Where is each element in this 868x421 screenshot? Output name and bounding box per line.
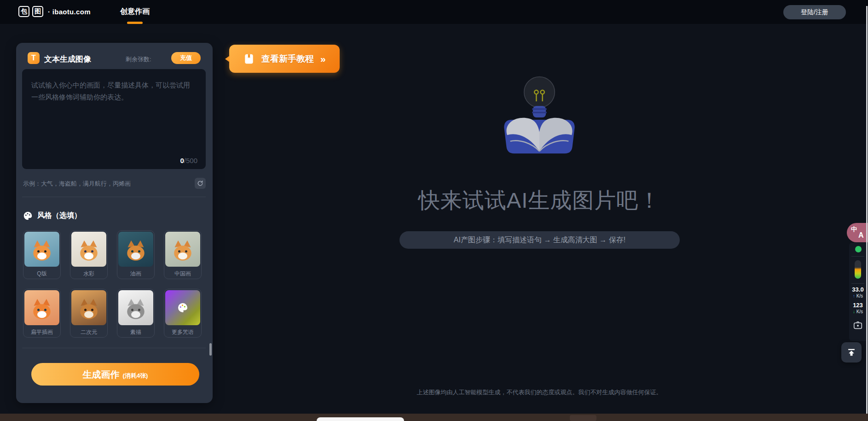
- back-to-top-button[interactable]: [841, 342, 862, 363]
- tab-creative-painting[interactable]: 创意作画: [116, 7, 153, 17]
- login-register-button[interactable]: 登陆/注册: [783, 5, 846, 19]
- style-section-title: 风格（选填）: [37, 211, 81, 221]
- up-arrow-icon: ↑: [853, 293, 855, 298]
- taskbar-hint-pill[interactable]: [317, 417, 404, 421]
- style-thumbnail: [71, 232, 106, 267]
- green-status-dot[interactable]: [855, 246, 862, 252]
- style-tile-chinese-painting[interactable]: 中国画: [164, 230, 202, 279]
- translate-icon: 中: [851, 225, 857, 234]
- style-tile-watercolor[interactable]: 水彩: [70, 230, 108, 279]
- main-content: 快来试试AI生成图片吧！ AI产图步骤：填写描述语句 → 生成高清大图 → 保存…: [226, 24, 853, 414]
- extension-widget-strip: 33.0 ↑ K/s 123 ↓ K/s: [849, 243, 867, 341]
- logo-bao-icon: 包: [18, 6, 29, 17]
- style-tile-q-version[interactable]: Q版: [23, 230, 61, 279]
- style-thumbnail: [71, 290, 106, 325]
- palette-icon: [23, 211, 33, 221]
- upload-speed: 33.0 ↑ K/s: [849, 286, 867, 298]
- style-tile-flat-illustration[interactable]: 扁平插画: [23, 289, 61, 338]
- prompt-input[interactable]: [22, 69, 206, 169]
- panel-scrollbar-thumb[interactable]: [209, 343, 212, 356]
- steps-hint-pill: AI产图步骤：填写描述语句 → 生成高清大图 → 保存!: [399, 231, 680, 249]
- divider: [851, 256, 864, 257]
- palette-icon: [177, 302, 188, 313]
- style-tile-anime[interactable]: 二次元: [70, 289, 108, 338]
- generate-button[interactable]: 生成画作 (消耗4张): [31, 363, 199, 386]
- example-row: 示例：大气，海盗船，满月航行，丙烯画: [22, 178, 206, 189]
- recharge-button[interactable]: 充值: [171, 52, 201, 64]
- down-arrow-icon: ↓: [853, 309, 855, 314]
- browser-scrollbar[interactable]: [866, 6, 868, 414]
- top-header: 包 图 · ibaotu.com 创意作画 登陆/注册: [0, 0, 868, 24]
- battery-gauge-icon[interactable]: [855, 260, 861, 279]
- bottom-taskbar-strip: [0, 414, 868, 421]
- prompt-area: 0/500: [22, 69, 206, 169]
- text-badge-icon: T: [28, 52, 40, 64]
- divider: [22, 197, 206, 197]
- arrow-up-to-top-icon: [846, 347, 856, 357]
- logo-tu-icon: 图: [32, 6, 43, 17]
- style-thumbnail: [24, 290, 59, 325]
- style-thumbnail: [118, 290, 153, 325]
- style-thumbnail: [118, 232, 153, 267]
- char-counter: 0/500: [180, 157, 197, 164]
- style-thumbnail: [165, 290, 200, 325]
- app-window: 包 图 · ibaotu.com 创意作画 登陆/注册 T 文本生成图像 剩余张…: [0, 0, 868, 421]
- divider: [851, 283, 864, 284]
- divider: [22, 348, 206, 348]
- translate-widget-button[interactable]: 中 A: [847, 223, 868, 242]
- style-tile-more-prompts[interactable]: 更多咒语: [164, 289, 202, 338]
- example-text: 示例：大气，海盗船，满月航行，丙烯画: [23, 180, 131, 188]
- style-thumbnail: [165, 232, 200, 267]
- text-to-image-panel: T 文本生成图像 剩余张数: 充值 0/500 示例：大气，海盗船，满月航行，丙…: [16, 43, 213, 403]
- style-tile-oil-painting[interactable]: 油画: [117, 230, 155, 279]
- logo-domain: · ibaotu.com: [48, 8, 91, 16]
- site-logo[interactable]: 包 图 · ibaotu.com: [18, 6, 91, 17]
- style-tile-sketch[interactable]: 素描: [117, 289, 155, 338]
- download-speed: 123 ↓ K/s: [849, 302, 867, 314]
- refresh-example-button[interactable]: [195, 178, 206, 189]
- empty-state-title: 快来试试AI生成图片吧！: [226, 186, 853, 215]
- panel-title: 文本生成图像: [44, 54, 91, 64]
- taskbar-chip[interactable]: [570, 415, 596, 421]
- refresh-icon: [197, 180, 203, 187]
- active-tab-underline: [127, 22, 143, 24]
- remaining-count-label: 剩余张数:: [126, 55, 151, 64]
- style-section-header: 风格（选填）: [23, 211, 81, 221]
- open-book-lightbulb-illustration: [493, 64, 585, 164]
- style-grid: Q版 水彩 油画 中国画: [23, 230, 206, 338]
- camera-icon[interactable]: [853, 320, 863, 330]
- disclaimer-text: 上述图像均由人工智能模型生成，不代表我们的态度或观点。我们不对生成内容做任何保证…: [226, 388, 853, 397]
- style-thumbnail: [24, 232, 59, 267]
